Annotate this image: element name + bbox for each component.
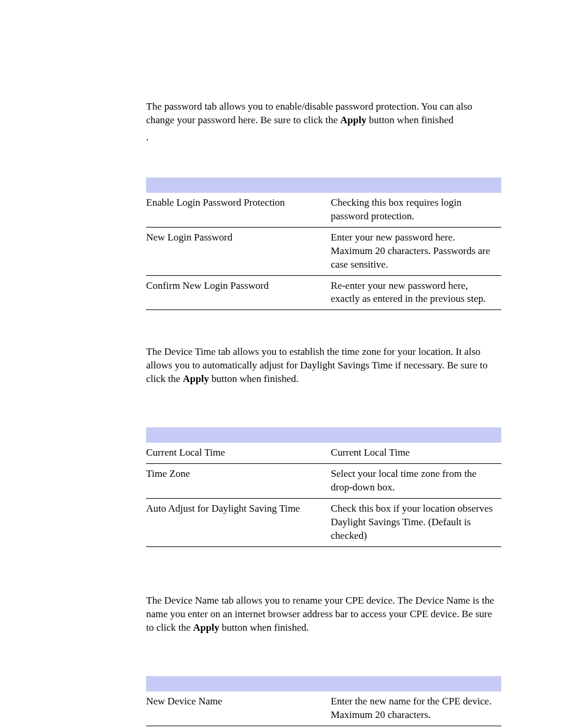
device-time-tab-table: Current Local Time Current Local Time Ti…: [146, 427, 501, 547]
field-description: Current Local Time: [331, 443, 501, 463]
device-time-tab-intro: The Device Time tab allows you to establ…: [146, 345, 501, 386]
field-description: Re-enter your new password here, exactly…: [331, 275, 501, 310]
table-header-cell: [331, 177, 501, 193]
field-name: New Login Password: [146, 227, 331, 275]
table-header-row: [146, 676, 501, 691]
table-header-row: [146, 177, 501, 193]
field-name: Auto Adjust for Daylight Saving Time: [146, 499, 331, 547]
field-name: Enable Login Password Protection: [146, 193, 331, 227]
field-name: Current Local Time: [146, 443, 331, 463]
password-tab-intro: The password tab allows you to enable/di…: [146, 100, 501, 127]
document-page: The password tab allows you to enable/di…: [0, 0, 562, 728]
trailing-period: .: [146, 131, 501, 144]
intro-text-post: button when finished.: [209, 373, 299, 384]
field-description: Check this box if your location observes…: [331, 499, 501, 547]
table-row: Confirm New Login Password Re-enter your…: [146, 275, 501, 310]
apply-bold: Apply: [340, 114, 366, 126]
field-name: Confirm New Login Password: [146, 275, 331, 310]
table-row: Enable Login Password Protection Checkin…: [146, 193, 501, 227]
table-row: Current Local Time Current Local Time: [146, 443, 501, 463]
table-row: Time Zone Select your local time zone fr…: [146, 464, 501, 499]
table-header-cell: [146, 177, 331, 193]
table-header-cell: [331, 427, 501, 443]
field-description: Select your local time zone from the dro…: [331, 464, 501, 499]
table-row: New Login Password Enter your new passwo…: [146, 227, 501, 275]
table-header-cell: [331, 676, 501, 691]
intro-text-post: button when finished.: [219, 622, 309, 633]
field-name: Time Zone: [146, 464, 331, 499]
field-name: New Device Name: [146, 691, 331, 726]
device-name-tab-table: New Device Name Enter the new name for t…: [146, 676, 501, 726]
apply-bold: Apply: [183, 373, 209, 384]
password-tab-table: Enable Login Password Protection Checkin…: [146, 177, 501, 311]
field-description: Enter the new name for the CPE device. M…: [331, 691, 501, 726]
table-row: New Device Name Enter the new name for t…: [146, 691, 501, 726]
apply-bold: Apply: [193, 622, 219, 633]
table-header-row: [146, 427, 501, 443]
table-row: Auto Adjust for Daylight Saving Time Che…: [146, 499, 501, 547]
table-header-cell: [146, 427, 331, 443]
field-description: Enter your new password here. Maximum 20…: [331, 227, 501, 275]
table-header-cell: [146, 676, 331, 691]
field-description: Checking this box requires login passwor…: [331, 193, 501, 227]
intro-text-post: button when finished: [366, 114, 454, 126]
device-name-tab-intro: The Device Name tab allows you to rename…: [146, 594, 501, 635]
